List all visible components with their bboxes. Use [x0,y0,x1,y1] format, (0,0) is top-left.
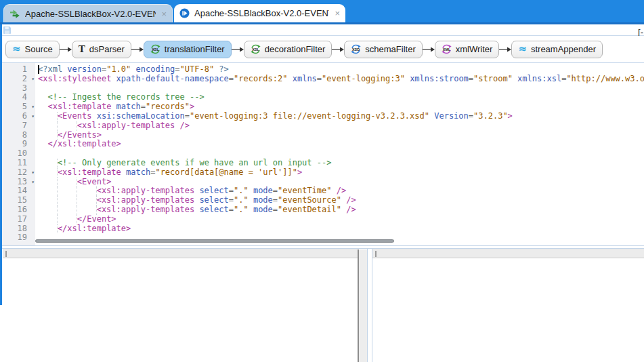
line-number[interactable]: 4 [0,93,35,102]
pipeline-element-label: translationFilter [165,44,225,54]
pipeline-element-streamAppender[interactable]: ≈streamAppender [511,41,603,58]
pipeline-element-label: schemaFilter [365,44,415,54]
line-number[interactable]: 9 [0,140,35,149]
pipeline-element-label: dsParser [89,44,125,54]
xsd-icon: XSD [351,44,361,54]
line-number[interactable]: 18 [0,224,35,234]
svg-text:XSL: XSL [252,47,259,52]
tab-2-apache-ssl-events[interactable]: Apache-SSLBlackBox-V2.0-EVENTS× [174,4,345,22]
code-area[interactable]: 1<?xml version="1.0" encoding="UTF-8" ?>… [0,65,644,243]
pipeline-element-label: Source [25,44,53,54]
bottom-right-panel-header [372,249,644,258]
code-line[interactable]: 6▾<Events xsi:schemaLocation="event-logg… [0,112,644,121]
bottom-left-vertical-scrollbar[interactable] [358,249,367,362]
line-number[interactable]: 14 [0,186,35,196]
code-line[interactable]: 7<xsl:apply-templates /> [0,121,644,131]
pipeline-element-decorationFilter[interactable]: XSLdecorationFilter [244,41,332,58]
code-line[interactable]: 12▾<xsl:template match="record[data[@nam… [0,168,644,178]
line-number[interactable]: 6▾ [0,112,35,121]
code-line[interactable]: 15<xsl:apply-templates select="." mode="… [0,196,644,205]
text-parser-icon: T [79,44,85,54]
code-line[interactable]: 1<?xml version="1.0" encoding="UTF-8" ?> [0,65,644,75]
tab-label: Apache-SSLBlackBox-V2.0-EVENTS [25,9,156,19]
line-number[interactable]: 16 [0,205,35,215]
fold-marker-icon[interactable]: ▾ [31,102,35,112]
pipeline-element-xmlWriter[interactable]: XMLxmlWriter [435,41,500,58]
xsl-icon: XSL [251,44,261,54]
xml-icon: XML [442,44,452,54]
bottom-left-panel [3,249,367,362]
bottom-right-panel-body[interactable] [372,259,644,362]
xsl-icon: XSL [150,44,160,54]
scrollbar-thumb[interactable] [358,249,359,362]
text-cursor [38,65,39,74]
line-number[interactable]: 5▾ [0,102,35,112]
pipeline-element-dsParser[interactable]: TdsParser [72,41,131,58]
line-number[interactable]: 12▾ [0,168,35,178]
svg-text:XSD: XSD [352,47,360,52]
scroll-tick [5,251,7,257]
fold-marker-icon[interactable]: ▾ [31,168,35,178]
line-number[interactable]: 17 [0,215,35,224]
line-number[interactable]: 13▾ [0,178,35,187]
line-number[interactable]: 1 [0,65,35,75]
pipeline-element-translationFilter[interactable]: XSLtranslationFilter [144,41,232,58]
pipeline-link-arrow [60,41,72,58]
code-line[interactable]: 17</Event> [0,215,644,224]
scroll-tick [375,251,377,257]
line-number[interactable]: 8 [0,131,35,140]
pipeline-element-label: decorationFilter [265,44,326,54]
code-line[interactable]: 4<!-- Ingest the records tree --> [0,93,644,102]
tab-label: Apache-SSLBlackBox-V2.0-EVENTS [194,8,329,18]
bottom-right-panel [372,249,644,362]
bottom-left-panel-header [3,249,367,258]
pipeline-link-arrow [499,41,511,58]
line-number[interactable]: 10 [0,149,35,159]
code-line[interactable]: 8</Events> [0,131,644,140]
code-line[interactable]: 10 [0,149,644,159]
pipeline-element-schemaFilter[interactable]: XSDschemaFilter [344,41,422,58]
pipeline-element-label: xmlWriter [456,44,493,54]
feed-icon [9,8,20,19]
stream-icon: ≈ [518,44,527,54]
xslt-editor[interactable]: 1<?xml version="1.0" encoding="UTF-8" ?>… [0,63,644,245]
code-line[interactable]: 9</xsl:template> [0,140,644,149]
vertical-splitter[interactable] [367,249,372,362]
svg-text:XML: XML [443,47,451,52]
code-line[interactable]: 16<xsl:apply-templates select="." mode="… [0,205,644,215]
pipeline-element-label: streamAppender [531,44,596,54]
pipeline-link-arrow [232,41,244,58]
tab-bar: Apache-SSLBlackBox-V2.0-EVENTS×Apache-SS… [0,0,644,22]
code-line[interactable]: 5▾<xsl:template match="records"> [0,102,644,112]
bottom-panels [0,249,644,362]
code-line[interactable]: 18</xsl:template> [0,224,644,234]
code-line[interactable]: 2▾<xsl:stylesheet xpath-default-namespac… [0,75,644,84]
pipeline-element-Source[interactable]: ≈Source [5,41,60,58]
fold-marker-icon[interactable]: ▾ [31,178,35,187]
pipeline-link-arrow [131,41,144,58]
code-line[interactable]: 11<!-- Only generate events if we have a… [0,159,644,168]
line-number[interactable]: 3 [0,84,35,94]
fold-marker-icon[interactable]: ▾ [31,112,35,121]
pipeline-row: ≈SourceTdsParserXSLtranslationFilterXSLd… [0,36,644,63]
tab-close-icon[interactable]: × [156,9,167,19]
line-number[interactable]: 2▾ [0,75,35,84]
fold-marker-icon[interactable]: ▾ [31,75,35,84]
editor-horizontal-scrollbar[interactable] [35,239,394,243]
line-number[interactable]: 15 [0,196,35,205]
svg-text:XSL: XSL [152,47,159,52]
stream-icon: ≈ [12,44,21,54]
code-line[interactable]: 3 [0,84,644,94]
code-line[interactable]: 14<xsl:apply-templates select="." mode="… [0,186,644,196]
pipeline-icon [179,8,190,18]
line-number[interactable]: 19 [0,233,35,243]
pipeline-link-arrow [423,41,435,58]
bottom-left-panel-body[interactable] [3,259,367,362]
code-line[interactable]: 13▾<Event> [0,178,644,187]
line-number[interactable]: 11 [0,159,35,168]
stroom-app-window: Apache-SSLBlackBox-V2.0-EVENTS×Apache-SS… [0,0,644,362]
line-number[interactable]: 7 [0,121,35,131]
tab-close-icon[interactable]: × [329,8,340,18]
focus-border [0,24,2,305]
tab-1-apache-ssl-events[interactable]: Apache-SSLBlackBox-V2.0-EVENTS× [3,4,173,22]
